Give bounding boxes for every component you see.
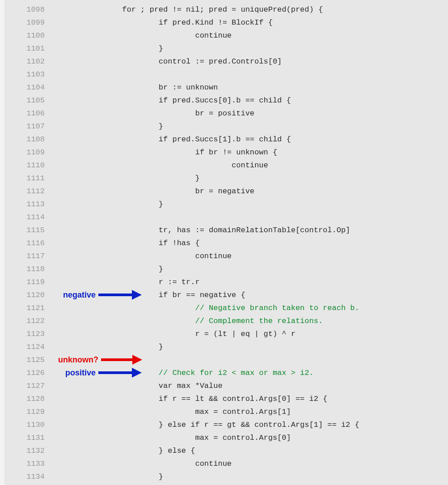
line-number: 1120 <box>4 289 49 302</box>
code-line: max = control.Args[1] <box>49 405 291 418</box>
code-line: } <box>49 120 163 133</box>
code-line: br := unknown <box>49 81 218 94</box>
line-number: 1101 <box>4 42 49 55</box>
line-number: 1112 <box>4 185 49 198</box>
code-line: tr, has := domainRelationTable[control.O… <box>49 224 350 237</box>
code-line: br = positive <box>49 107 254 120</box>
line-number: 1124 <box>4 340 49 353</box>
code-line: br = negative <box>49 185 254 198</box>
line-number: 1132 <box>4 444 49 457</box>
line-number: 1110 <box>4 159 49 172</box>
line-number: 1102 <box>4 55 49 68</box>
code-line: } <box>49 470 163 483</box>
code-line: continue <box>49 159 268 172</box>
code-line: // Negative branch taken to reach b. <box>49 302 359 315</box>
line-number: 1108 <box>4 133 49 146</box>
code-line: } else { <box>49 444 195 457</box>
code-line: } <box>49 42 163 55</box>
code-line: r = (lt | eq | gt) ^ r <box>49 328 296 340</box>
line-number: 1121 <box>4 302 49 315</box>
line-number: 1105 <box>4 94 49 107</box>
code-line: continue <box>49 457 232 470</box>
left-margin-strip <box>0 0 4 485</box>
line-number: 1134 <box>4 470 49 483</box>
code-line: } <box>49 198 163 211</box>
line-number: 1128 <box>4 392 49 405</box>
line-number: 1122 <box>4 315 49 328</box>
code-line: } <box>49 340 163 353</box>
line-number: 1113 <box>4 198 49 211</box>
code-line: for ; pred != nil; pred = uniquePred(pre… <box>49 3 323 16</box>
code-line: if pred.Succs[1].b == child { <box>49 133 291 146</box>
line-number: 1109 <box>4 146 49 159</box>
line-number-gutter: 1098109911001101110211031104110511061107… <box>4 0 45 485</box>
line-number: 1133 <box>4 457 49 470</box>
code-line: control := pred.Controls[0] <box>49 55 282 68</box>
line-number: 1098 <box>4 3 49 16</box>
line-number: 1125 <box>4 353 49 366</box>
code-line: r := tr.r <box>49 276 200 289</box>
line-number: 1099 <box>4 16 49 29</box>
code-comment: // Negative branch taken to reach b. <box>195 304 359 312</box>
code-area: 1098109911001101110211031104110511061107… <box>4 0 448 485</box>
code-line: continue <box>49 250 232 263</box>
line-number: 1100 <box>4 29 49 42</box>
code-line: } else if r == gt && control.Args[1] == … <box>49 418 359 431</box>
code-comment: // Check for i2 < max or max > i2. <box>159 369 314 377</box>
line-number: 1115 <box>4 224 49 237</box>
line-number: 1107 <box>4 120 49 133</box>
line-number: 1118 <box>4 263 49 276</box>
line-number: 1106 <box>4 107 49 120</box>
code-line: var max *Value <box>49 379 223 392</box>
code-line: } <box>49 172 200 185</box>
line-number: 1131 <box>4 431 49 444</box>
code-line: if r == lt && control.Args[0] == i2 { <box>49 392 327 405</box>
code-line: if pred.Kind != BlockIf { <box>49 16 273 29</box>
line-number: 1130 <box>4 418 49 431</box>
code-screenshot: 1098109911001101110211031104110511061107… <box>0 0 448 485</box>
code-line: } <box>49 263 163 276</box>
line-number: 1116 <box>4 237 49 250</box>
line-number: 1103 <box>4 68 49 81</box>
line-number: 1104 <box>4 81 49 94</box>
line-number: 1111 <box>4 172 49 185</box>
line-number: 1126 <box>4 366 49 379</box>
code-line: // Check for i2 < max or max > i2. <box>49 366 314 379</box>
line-number: 1123 <box>4 328 49 340</box>
line-number: 1114 <box>4 211 49 224</box>
code-lines: for ; pred != nil; pred = uniquePred(pre… <box>49 0 448 485</box>
line-number: 1127 <box>4 379 49 392</box>
code-line: if br == negative { <box>49 289 245 302</box>
code-line: continue <box>49 29 232 42</box>
line-number: 1119 <box>4 276 49 289</box>
code-line: // Complement the relations. <box>49 315 323 328</box>
code-line: max = control.Args[0] <box>49 431 291 444</box>
code-line: if !has { <box>49 237 200 250</box>
code-line: if pred.Succs[0].b == child { <box>49 94 291 107</box>
line-number: 1117 <box>4 250 49 263</box>
line-number: 1129 <box>4 405 49 418</box>
code-line: if br != unknown { <box>49 146 277 159</box>
code-comment: // Complement the relations. <box>195 317 323 325</box>
